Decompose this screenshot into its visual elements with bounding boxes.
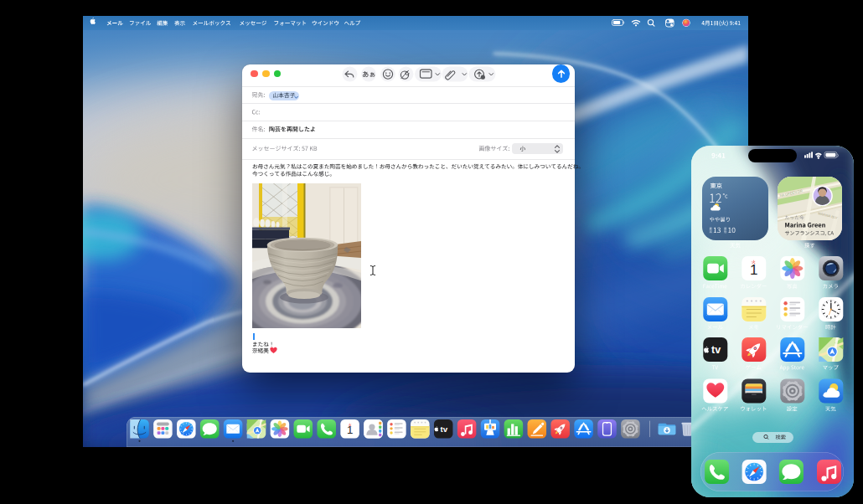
svg-text:1: 1 — [347, 424, 353, 436]
svg-text:tv: tv — [711, 344, 721, 356]
svg-text:1: 1 — [750, 262, 757, 278]
svg-text:tv: tv — [441, 424, 448, 434]
